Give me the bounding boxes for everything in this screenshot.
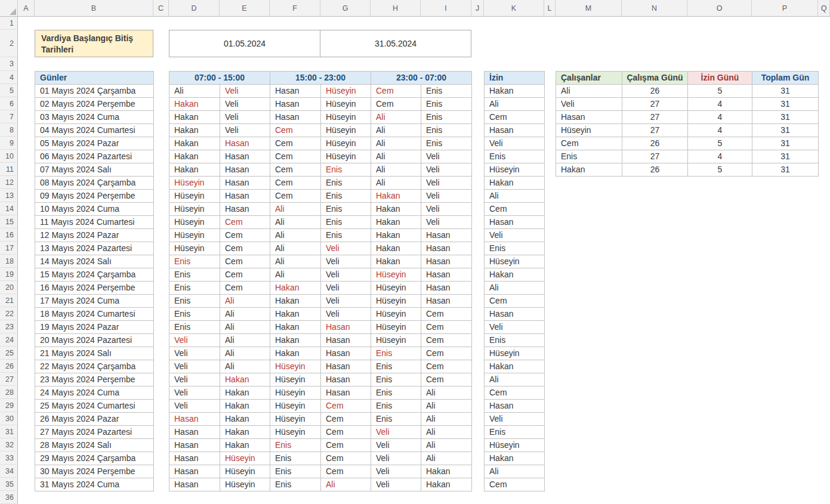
leave-cell[interactable]: Ali — [485, 465, 545, 478]
row-header[interactable]: 20 — [0, 281, 17, 294]
summary-workdays-cell[interactable]: 26 — [622, 163, 688, 177]
shift-cell[interactable]: Hüseyin — [321, 124, 371, 137]
shift-cell[interactable]: Cem — [270, 177, 321, 190]
day-cell[interactable]: 31 Mayıs 2024 Cuma — [35, 478, 154, 491]
shift-cell[interactable]: Hüseyin — [321, 111, 371, 124]
shift-cell[interactable]: Cem — [220, 255, 270, 268]
shift-cell[interactable]: Hasan — [321, 334, 371, 347]
column-header[interactable]: B — [35, 0, 153, 16]
shift-cell[interactable]: Hakan — [270, 347, 321, 360]
shift-cell[interactable]: Veli — [220, 85, 270, 98]
shift-cell[interactable]: Hakan — [270, 295, 321, 308]
row-header[interactable]: 13 — [0, 189, 17, 202]
row-header[interactable]: 31 — [0, 425, 17, 438]
shift-cell[interactable]: Hüseyin — [371, 321, 421, 334]
summary-totaldays-cell[interactable]: 31 — [752, 111, 819, 124]
shift-cell[interactable]: Hasan — [421, 255, 472, 268]
shift-cell[interactable]: Veli — [421, 177, 472, 190]
shift-cell[interactable]: Enis — [371, 373, 421, 386]
shift-cell[interactable]: Hakan — [169, 163, 220, 177]
row-header[interactable]: 14 — [0, 202, 17, 215]
shift-cell[interactable]: Ali — [421, 413, 472, 426]
shift-cell[interactable]: Hasan — [220, 203, 270, 216]
shift-cell[interactable]: Cem — [220, 268, 270, 282]
shift-cell[interactable]: Hakan — [220, 413, 270, 426]
row-header[interactable]: 17 — [0, 242, 17, 255]
shift-cell[interactable]: Enis — [421, 98, 472, 111]
column-header[interactable]: C — [153, 0, 169, 16]
summary-totaldays-cell[interactable]: 31 — [752, 163, 819, 177]
shift-cell[interactable]: Ali — [371, 124, 421, 137]
day-cell[interactable]: 01 Mayıs 2024 Çarşamba — [35, 85, 154, 98]
shift-cell[interactable]: Enis — [371, 347, 421, 360]
summary-worker-cell[interactable]: Veli — [556, 98, 622, 111]
shift-header-night[interactable]: 23:00 - 07:00 — [371, 72, 472, 85]
shift-cell[interactable]: Ali — [270, 255, 321, 268]
row-header[interactable]: 30 — [0, 412, 17, 425]
shift-cell[interactable]: Veli — [220, 98, 270, 111]
day-cell[interactable]: 26 Mayıs 2024 Pazar — [35, 413, 154, 426]
row-header[interactable]: 10 — [0, 150, 17, 163]
row-header[interactable]: 25 — [0, 347, 17, 360]
column-header[interactable]: G — [320, 0, 371, 16]
leave-cell[interactable]: Veli — [485, 413, 545, 426]
summary-totaldays-cell[interactable]: 31 — [752, 137, 819, 150]
summary-totaldays-cell[interactable]: 31 — [752, 98, 819, 111]
shift-cell[interactable]: Veli — [321, 255, 371, 268]
shift-cell[interactable]: Veli — [421, 190, 472, 203]
shift-cell[interactable]: Hakan — [169, 98, 220, 111]
leave-cell[interactable]: Enis — [485, 426, 545, 439]
row-header[interactable]: 8 — [0, 123, 17, 137]
shift-cell[interactable]: Hasan — [321, 347, 371, 360]
day-cell[interactable]: 19 Mayıs 2024 Pazar — [35, 321, 154, 334]
summary-workdays-cell[interactable]: 27 — [622, 150, 688, 163]
shift-cell[interactable]: Cem — [371, 85, 421, 98]
shift-cell[interactable]: Hasan — [220, 150, 270, 163]
column-header[interactable]: N — [622, 0, 687, 16]
day-cell[interactable]: 22 Mayıs 2024 Çarşamba — [35, 360, 154, 373]
shift-cell[interactable]: Ali — [220, 308, 270, 321]
shift-cell[interactable]: Cem — [220, 216, 270, 229]
day-cell[interactable]: 28 Mayıs 2024 Salı — [35, 439, 154, 452]
column-header[interactable]: L — [544, 0, 556, 16]
shift-cell[interactable]: Hasan — [421, 295, 472, 308]
shift-cell[interactable]: Hasan — [270, 98, 321, 111]
column-header[interactable]: F — [270, 0, 320, 16]
summary-header-workers[interactable]: Çalışanlar — [556, 72, 622, 85]
shift-cell[interactable]: Hakan — [220, 400, 270, 413]
summary-leavedays-cell[interactable]: 4 — [688, 124, 752, 137]
row-header[interactable]: 5 — [0, 84, 17, 97]
row-header[interactable]: 34 — [0, 465, 17, 478]
shift-cell[interactable]: Ali — [220, 295, 270, 308]
shift-cell[interactable]: Hasan — [220, 190, 270, 203]
leave-cell[interactable]: Ali — [485, 98, 545, 111]
row-header[interactable]: 3 — [0, 57, 17, 71]
shift-cell[interactable]: Hakan — [169, 124, 220, 137]
leave-cell[interactable]: Cem — [485, 111, 545, 124]
shift-cell[interactable]: Ali — [371, 111, 421, 124]
row-header[interactable]: 6 — [0, 97, 17, 110]
day-cell[interactable]: 05 Mayıs 2024 Pazar — [35, 137, 154, 150]
day-cell[interactable]: 21 Mayıs 2024 Salı — [35, 347, 154, 360]
row-header[interactable]: 15 — [0, 215, 17, 228]
shift-cell[interactable]: Enis — [169, 295, 220, 308]
row-header[interactable]: 33 — [0, 452, 17, 465]
shift-cell[interactable]: Cem — [220, 242, 270, 255]
shift-cell[interactable]: Hasan — [169, 465, 220, 478]
shift-cell[interactable]: Hasan — [270, 85, 321, 98]
shift-cell[interactable]: Cem — [270, 124, 321, 137]
shift-cell[interactable]: Hasan — [169, 478, 220, 491]
column-header[interactable]: I — [421, 0, 471, 16]
column-header[interactable]: D — [169, 0, 220, 16]
shift-cell[interactable]: Hüseyin — [321, 85, 371, 98]
shift-cell[interactable]: Cem — [321, 400, 371, 413]
shift-cell[interactable]: Enis — [321, 203, 371, 216]
day-cell[interactable]: 13 Mayıs 2024 Pazartesi — [35, 242, 154, 255]
leave-cell[interactable]: Cem — [485, 386, 545, 400]
shift-cell[interactable]: Veli — [371, 439, 421, 452]
day-cell[interactable]: 20 Mayıs 2024 Pazartesi — [35, 334, 154, 347]
summary-worker-cell[interactable]: Hakan — [556, 163, 622, 177]
shift-cell[interactable]: Hüseyin — [371, 268, 421, 282]
summary-leavedays-cell[interactable]: 4 — [688, 98, 752, 111]
shift-cell[interactable]: Cem — [270, 137, 321, 150]
